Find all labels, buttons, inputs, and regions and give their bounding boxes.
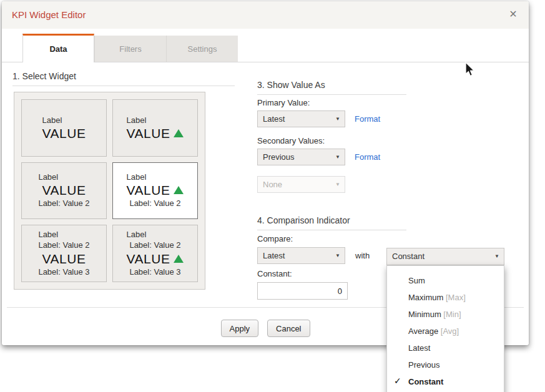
menu-item-suffix: [Min]: [441, 310, 461, 319]
widget-tile-preview: LabelVALUELabel: Value 2: [127, 172, 184, 209]
widget-tile-preview: LabelVALUELabel: Value 2: [38, 172, 89, 209]
menu-item-constant[interactable]: ✓Constant: [387, 373, 504, 390]
tile-sub-text: Label: Value 2: [38, 198, 89, 209]
tab-bar: DataFiltersSettings: [2, 34, 529, 62]
close-icon[interactable]: ✕: [506, 7, 520, 21]
chevron-down-icon: ▼: [335, 248, 340, 264]
with-label: with: [355, 251, 370, 260]
tile-sub-text: Label: Value 2: [38, 240, 89, 251]
tile-value-text: VALUE: [38, 251, 89, 267]
up-triangle-icon: [174, 255, 184, 263]
secondary-value-2-select: None ▼: [257, 176, 345, 193]
menu-item-minimum[interactable]: Minimum [Min]: [387, 306, 504, 323]
tile-value-text: VALUE: [127, 182, 184, 198]
primary-value-selected: Latest: [263, 114, 285, 124]
tile-sub-text: Label: Value 3: [127, 267, 184, 278]
widget-tile-5[interactable]: LabelLabel: Value 2VALUELabel: Value 3: [21, 225, 107, 282]
tile-label-text: Label: [127, 115, 184, 125]
chevron-down-icon: ▼: [494, 248, 499, 265]
mouse-cursor-icon: [464, 62, 475, 77]
menu-item-suffix: [Max]: [443, 293, 465, 302]
apply-button[interactable]: Apply: [221, 320, 259, 337]
primary-value-select[interactable]: Latest ▼: [257, 110, 345, 127]
secondary-value-2-selected: None: [263, 180, 282, 189]
tile-sub-text: Label: Value 2: [127, 198, 184, 209]
tile-label-text: Label: [42, 115, 86, 125]
page: KPI Widget Editor ✕ DataFiltersSettings …: [0, 0, 545, 392]
constant-input[interactable]: [257, 282, 348, 300]
compare-with-menu: SumMaximum [Max]Minimum [Min]Average [Av…: [386, 265, 504, 392]
check-icon: ✓: [394, 376, 401, 386]
compare-label: Compare:: [257, 234, 293, 243]
primary-format-link[interactable]: Format: [355, 114, 380, 124]
widget-tile-6[interactable]: LabelLabel: Value 2VALUELabel: Value 3: [112, 225, 198, 282]
tile-label-text: Label: [127, 229, 184, 240]
kpi-widget-editor-dialog: KPI Widget Editor ✕ DataFiltersSettings …: [2, 1, 529, 345]
tab-settings[interactable]: Settings: [166, 36, 238, 62]
tile-label-text: Label: [38, 229, 89, 240]
tile-value-text: VALUE: [38, 182, 89, 198]
secondary-value-select[interactable]: Previous ▼: [257, 149, 345, 165]
primary-value-label: Primary Value:: [257, 98, 310, 107]
tile-sub-text: Label: Value 2: [127, 240, 184, 251]
widget-tile-4-selected[interactable]: LabelVALUELabel: Value 2: [112, 162, 198, 220]
tile-value-text: VALUE: [127, 125, 184, 141]
tile-label-text: Label: [38, 172, 89, 182]
comparison-heading: 4. Comparison Indicator: [257, 215, 406, 230]
widget-tile-preview: LabelLabel: Value 2VALUELabel: Value 3: [127, 229, 184, 278]
secondary-format-link[interactable]: Format: [355, 152, 380, 162]
chevron-down-icon: ▼: [335, 177, 340, 193]
widget-gallery: LabelVALUELabelVALUELabelVALUELabel: Val…: [14, 92, 205, 290]
tile-value-text: VALUE: [127, 251, 184, 267]
tile-value-text: VALUE: [42, 125, 86, 141]
menu-item-maximum[interactable]: Maximum [Max]: [387, 289, 504, 306]
up-triangle-icon: [174, 129, 184, 137]
tab-data[interactable]: Data: [22, 34, 94, 62]
compare-select[interactable]: Latest ▼: [257, 247, 345, 264]
secondary-values-label: Secondary Values:: [257, 136, 325, 145]
show-value-heading: 3. Show Value As: [257, 80, 406, 95]
chevron-down-icon: ▼: [335, 149, 340, 165]
chevron-down-icon: ▼: [335, 111, 340, 127]
widget-tile-preview: LabelVALUE: [42, 115, 86, 141]
dialog-title: KPI Widget Editor: [12, 1, 86, 29]
compare-with-select[interactable]: Constant ▼: [386, 248, 504, 265]
constant-label: Constant:: [257, 269, 292, 278]
cancel-button[interactable]: Cancel: [267, 320, 310, 337]
menu-item-previous[interactable]: Previous: [387, 356, 504, 373]
secondary-value-selected: Previous: [263, 152, 295, 162]
dialog-header: KPI Widget Editor ✕: [2, 1, 529, 29]
widget-tile-preview: LabelVALUE: [127, 115, 184, 141]
menu-item-average[interactable]: Average [Avg]: [387, 323, 504, 340]
compare-selected: Latest: [263, 251, 285, 260]
tile-label-text: Label: [127, 172, 184, 182]
select-widget-heading: 1. Select Widget: [12, 71, 235, 86]
tile-sub-text: Label: Value 3: [38, 267, 89, 278]
widget-tile-3[interactable]: LabelVALUELabel: Value 2: [21, 162, 107, 220]
menu-item-sum[interactable]: Sum: [387, 272, 504, 289]
menu-item-latest[interactable]: Latest: [387, 340, 504, 356]
menu-item-suffix: [Avg]: [438, 326, 459, 336]
widget-tile-2[interactable]: LabelVALUE: [112, 99, 198, 157]
widget-tile-preview: LabelLabel: Value 2VALUELabel: Value 3: [38, 229, 89, 278]
compare-with-selected: Constant: [392, 252, 425, 261]
tab-filters[interactable]: Filters: [94, 36, 166, 62]
widget-tile-1[interactable]: LabelVALUE: [21, 99, 107, 157]
up-triangle-icon: [174, 186, 184, 194]
